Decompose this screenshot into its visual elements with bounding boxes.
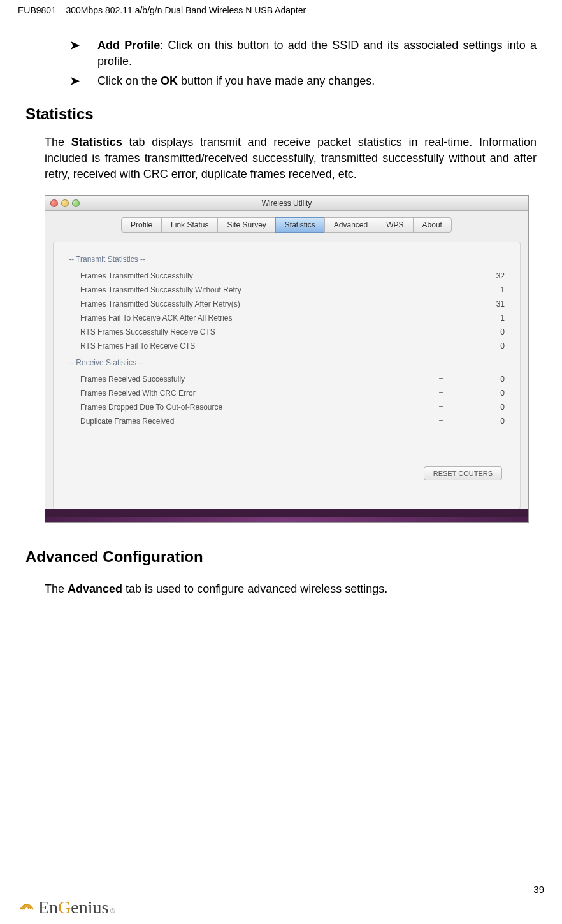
stat-label: Frames Fail To Receive ACK After All Ret…	[80, 314, 415, 322]
advanced-paragraph: The Advanced tab is used to configure ad…	[45, 581, 537, 597]
tabbar: Profile Link Status Site Survey Statisti…	[45, 211, 528, 242]
tab-profile[interactable]: Profile	[121, 217, 162, 233]
window-bottom-strip	[45, 517, 528, 522]
stat-value: 31	[466, 300, 505, 308]
titlebar[interactable]: Wireless Utility	[45, 196, 528, 211]
stat-label: Frames Transmitted Successfully	[80, 271, 415, 280]
equals-icon: =	[415, 403, 466, 412]
stat-row: Frames Received With CRC Error=0	[69, 386, 505, 400]
transmit-heading: -- Transmit Statistics --	[69, 255, 505, 264]
equals-icon: =	[415, 285, 466, 294]
equals-icon: =	[415, 271, 466, 280]
stat-row: Frames Received Successfully=0	[69, 372, 505, 386]
stat-row: Frames Fail To Receive ACK After All Ret…	[69, 311, 505, 325]
tab-wps[interactable]: WPS	[377, 217, 413, 233]
stat-value: 0	[466, 375, 505, 384]
stat-value: 32	[466, 271, 505, 280]
equals-icon: =	[415, 375, 466, 384]
page-header: EUB9801 – 300Mbps 802.11 a/b/g/n Dual Ba…	[0, 0, 562, 18]
stat-row: RTS Frames Fail To Receive CTS=0	[69, 339, 505, 353]
stat-label: Frames Transmitted Successfully After Re…	[80, 300, 415, 308]
stat-value: 0	[466, 417, 505, 426]
stat-label: Frames Received With CRC Error	[80, 389, 415, 398]
stat-row: Frames Transmitted Successfully After Re…	[69, 297, 505, 311]
bullet-text: Click on the OK button if you have made …	[97, 73, 375, 89]
stat-value: 0	[466, 389, 505, 398]
equals-icon: =	[415, 389, 466, 398]
equals-icon: =	[415, 328, 466, 336]
tab-link-status[interactable]: Link Status	[161, 217, 218, 233]
statistics-heading: Statistics	[25, 105, 537, 123]
stat-row: RTS Frames Successfully Receive CTS=0	[69, 325, 505, 339]
tab-about[interactable]: About	[413, 217, 452, 233]
bullet-add-profile: ➤ Add Profile: Click on this button to a…	[70, 38, 537, 69]
stat-label: Frames Dropped Due To Out-of-Resource	[80, 403, 415, 412]
footer-line: 39	[18, 881, 544, 895]
advanced-section: Advanced Configuration The Advanced tab …	[25, 548, 537, 597]
stat-label: Duplicate Frames Received	[80, 417, 415, 426]
stat-row: Duplicate Frames Received=0	[69, 414, 505, 428]
stat-value: 0	[466, 403, 505, 412]
arrow-icon: ➤	[70, 38, 80, 69]
header-product: EUB9801 – 300Mbps 802.11 a/b/g/n Dual Ba…	[18, 5, 306, 15]
stat-value: 0	[466, 342, 505, 350]
window-title: Wireless Utility	[45, 199, 528, 208]
tab-advanced[interactable]: Advanced	[324, 217, 377, 233]
arrow-icon: ➤	[70, 73, 80, 89]
equals-icon: =	[415, 342, 466, 350]
tab-site-survey[interactable]: Site Survey	[217, 217, 275, 233]
logo-text: EnGenius®	[38, 897, 115, 918]
equals-icon: =	[415, 314, 466, 322]
stat-label: Frames Transmitted Successfully Without …	[80, 285, 415, 294]
stat-row: Frames Transmitted Successfully=32	[69, 269, 505, 283]
statistics-panel: -- Transmit Statistics -- Frames Transmi…	[53, 242, 521, 509]
bullet-text: Add Profile: Click on this button to add…	[97, 38, 537, 69]
stat-label: RTS Frames Fail To Receive CTS	[80, 342, 415, 350]
page-number: 39	[533, 884, 544, 895]
stat-row: Frames Dropped Due To Out-of-Resource=0	[69, 400, 505, 414]
tab-statistics[interactable]: Statistics	[275, 217, 325, 233]
bullet-ok: ➤ Click on the OK button if you have mad…	[70, 73, 537, 89]
stat-value: 0	[466, 328, 505, 336]
reset-counters-button[interactable]: RESET COUTERS	[424, 466, 502, 480]
stat-value: 1	[466, 314, 505, 322]
wireless-utility-window: Wireless Utility Profile Link Status Sit…	[45, 195, 529, 523]
logo-swoosh-icon	[18, 897, 36, 915]
receive-heading: -- Receive Statistics --	[69, 358, 505, 367]
stat-value: 1	[466, 285, 505, 294]
statistics-paragraph: The Statistics tab displays transmit and…	[45, 134, 537, 183]
stat-label: RTS Frames Successfully Receive CTS	[80, 328, 415, 336]
equals-icon: =	[415, 300, 466, 308]
window-body: Profile Link Status Site Survey Statisti…	[45, 211, 528, 509]
content-area: ➤ Add Profile: Click on this button to a…	[0, 18, 562, 597]
equals-icon: =	[415, 417, 466, 426]
stat-row: Frames Transmitted Successfully Without …	[69, 283, 505, 297]
logo: EnGenius®	[18, 897, 544, 918]
page-footer: 39 EnGenius®	[18, 881, 544, 918]
advanced-heading: Advanced Configuration	[25, 548, 537, 566]
registered-icon: ®	[110, 907, 115, 914]
panel-footer: RESET COUTERS	[69, 466, 505, 480]
stat-label: Frames Received Successfully	[80, 375, 415, 384]
